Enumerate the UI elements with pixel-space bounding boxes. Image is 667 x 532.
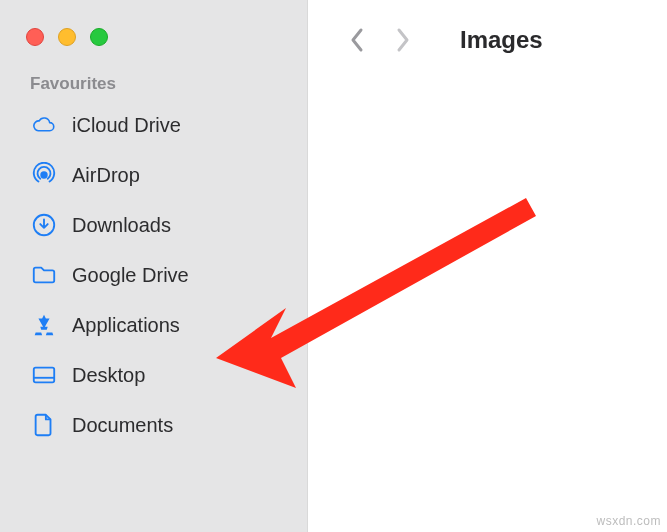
zoom-window-button[interactable]	[90, 28, 108, 46]
close-window-button[interactable]	[26, 28, 44, 46]
sidebar-item-documents[interactable]: Documents	[0, 400, 307, 450]
toolbar: Images	[308, 0, 667, 56]
sidebar-item-label: Downloads	[72, 214, 171, 237]
sidebar: Favourites iCloud Drive AirDrop	[0, 0, 308, 532]
watermark: wsxdn.com	[596, 514, 661, 528]
sidebar-item-label: Desktop	[72, 364, 145, 387]
sidebar-item-google-drive[interactable]: Google Drive	[0, 250, 307, 300]
airdrop-icon	[30, 161, 58, 189]
finder-window: Favourites iCloud Drive AirDrop	[0, 0, 667, 532]
svg-point-0	[41, 172, 47, 178]
svg-rect-2	[34, 368, 54, 383]
desktop-icon	[30, 361, 58, 389]
sidebar-item-airdrop[interactable]: AirDrop	[0, 150, 307, 200]
sidebar-item-label: AirDrop	[72, 164, 140, 187]
appstore-icon	[30, 311, 58, 339]
sidebar-item-applications[interactable]: Applications	[0, 300, 307, 350]
sidebar-item-label: Documents	[72, 414, 173, 437]
sidebar-item-label: iCloud Drive	[72, 114, 181, 137]
sidebar-item-label: Google Drive	[72, 264, 189, 287]
minimize-window-button[interactable]	[58, 28, 76, 46]
nav-back-button[interactable]	[346, 24, 368, 56]
sidebar-item-downloads[interactable]: Downloads	[0, 200, 307, 250]
folder-icon	[30, 261, 58, 289]
nav-forward-button[interactable]	[392, 24, 414, 56]
download-icon	[30, 211, 58, 239]
sidebar-section-title: Favourites	[0, 74, 307, 100]
cloud-icon	[30, 111, 58, 139]
sidebar-item-label: Applications	[72, 314, 180, 337]
window-traffic-lights	[0, 20, 307, 46]
document-icon	[30, 411, 58, 439]
sidebar-item-icloud-drive[interactable]: iCloud Drive	[0, 100, 307, 150]
content-area: Images	[308, 0, 667, 532]
page-title: Images	[460, 26, 543, 54]
sidebar-item-desktop[interactable]: Desktop	[0, 350, 307, 400]
